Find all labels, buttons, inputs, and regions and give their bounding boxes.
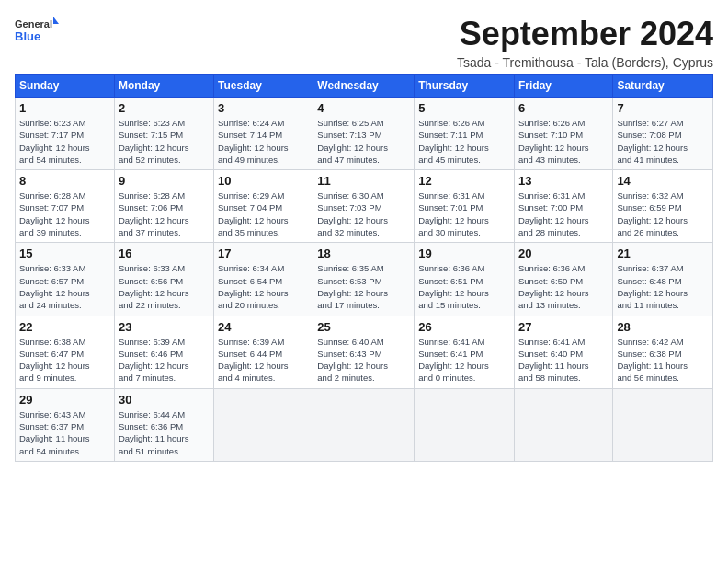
day-number: 30: [119, 393, 210, 407]
calendar-day-cell: 11Sunrise: 6:30 AMSunset: 7:03 PMDayligh…: [313, 170, 415, 243]
day-detail: Sunrise: 6:38 AMSunset: 6:47 PMDaylight:…: [19, 336, 110, 385]
day-detail: Sunrise: 6:32 AMSunset: 6:59 PMDaylight:…: [617, 190, 709, 238]
day-detail: Sunrise: 6:28 AMSunset: 7:06 PMDaylight:…: [119, 190, 210, 238]
calendar-day-cell: 1Sunrise: 6:23 AMSunset: 7:17 PMDaylight…: [16, 98, 115, 170]
day-detail: Sunrise: 6:44 AMSunset: 6:36 PMDaylight:…: [119, 408, 210, 457]
calendar-day-cell: 19Sunrise: 6:36 AMSunset: 6:51 PMDayligh…: [415, 243, 515, 316]
day-number: 24: [218, 320, 309, 334]
month-title: September 2024: [457, 15, 713, 53]
title-block: September 2024 Tsada - Tremithousa - Tal…: [457, 15, 713, 70]
day-detail: Sunrise: 6:41 AMSunset: 6:40 PMDaylight:…: [518, 336, 609, 385]
day-detail: Sunrise: 6:33 AMSunset: 6:57 PMDaylight:…: [19, 262, 110, 311]
logo-graphic: General Blue: [15, 15, 59, 48]
day-detail: Sunrise: 6:40 AMSunset: 6:43 PMDaylight:…: [317, 336, 410, 385]
day-detail: Sunrise: 6:36 AMSunset: 6:50 PMDaylight:…: [518, 262, 609, 311]
day-number: 5: [418, 101, 510, 115]
calendar-day-cell: [313, 388, 415, 461]
calendar-day-cell: 21Sunrise: 6:37 AMSunset: 6:48 PMDayligh…: [613, 243, 713, 316]
day-number: 8: [19, 174, 110, 188]
day-detail: Sunrise: 6:29 AMSunset: 7:04 PMDaylight:…: [218, 190, 309, 238]
calendar-day-cell: 30Sunrise: 6:44 AMSunset: 6:36 PMDayligh…: [114, 388, 213, 461]
weekday-header-row: SundayMondayTuesdayWednesdayThursdayFrid…: [16, 75, 713, 98]
day-number: 15: [19, 247, 110, 260]
svg-marker-2: [53, 17, 59, 24]
calendar-day-cell: 18Sunrise: 6:35 AMSunset: 6:53 PMDayligh…: [313, 243, 415, 316]
calendar-day-cell: 27Sunrise: 6:41 AMSunset: 6:40 PMDayligh…: [514, 316, 612, 388]
day-number: 1: [19, 101, 110, 115]
calendar-day-cell: 13Sunrise: 6:31 AMSunset: 7:00 PMDayligh…: [514, 170, 612, 243]
calendar-day-cell: 10Sunrise: 6:29 AMSunset: 7:04 PMDayligh…: [214, 170, 313, 243]
calendar-day-cell: 23Sunrise: 6:39 AMSunset: 6:46 PMDayligh…: [114, 316, 213, 388]
calendar-day-cell: 9Sunrise: 6:28 AMSunset: 7:06 PMDaylight…: [114, 170, 213, 243]
calendar-day-cell: 14Sunrise: 6:32 AMSunset: 6:59 PMDayligh…: [613, 170, 713, 243]
calendar-week-row: 29Sunrise: 6:43 AMSunset: 6:37 PMDayligh…: [16, 388, 713, 461]
weekday-header: Friday: [514, 75, 612, 98]
day-detail: Sunrise: 6:24 AMSunset: 7:14 PMDaylight:…: [218, 117, 309, 166]
day-number: 2: [119, 101, 210, 115]
day-detail: Sunrise: 6:37 AMSunset: 6:48 PMDaylight:…: [617, 262, 709, 311]
day-detail: Sunrise: 6:35 AMSunset: 6:53 PMDaylight:…: [317, 262, 410, 311]
logo-container: General Blue: [15, 15, 59, 48]
calendar-day-cell: [613, 388, 713, 461]
calendar-week-row: 1Sunrise: 6:23 AMSunset: 7:17 PMDaylight…: [16, 98, 713, 170]
day-number: 11: [317, 174, 410, 188]
day-number: 23: [119, 320, 210, 334]
day-number: 9: [119, 174, 210, 188]
calendar-day-cell: 12Sunrise: 6:31 AMSunset: 7:01 PMDayligh…: [415, 170, 515, 243]
weekday-header: Wednesday: [313, 75, 415, 98]
weekday-header: Saturday: [613, 75, 713, 98]
day-detail: Sunrise: 6:34 AMSunset: 6:54 PMDaylight:…: [218, 262, 309, 311]
calendar-day-cell: 6Sunrise: 6:26 AMSunset: 7:10 PMDaylight…: [514, 98, 612, 170]
day-number: 17: [218, 247, 309, 260]
day-number: 6: [518, 101, 609, 115]
day-detail: Sunrise: 6:31 AMSunset: 7:01 PMDaylight:…: [418, 190, 510, 238]
day-number: 25: [317, 320, 410, 334]
day-detail: Sunrise: 6:31 AMSunset: 7:00 PMDaylight:…: [518, 190, 609, 238]
day-detail: Sunrise: 6:28 AMSunset: 7:07 PMDaylight:…: [19, 190, 110, 238]
day-number: 3: [218, 101, 309, 115]
day-detail: Sunrise: 6:26 AMSunset: 7:10 PMDaylight:…: [518, 117, 609, 166]
calendar-day-cell: 16Sunrise: 6:33 AMSunset: 6:56 PMDayligh…: [114, 243, 213, 316]
day-detail: Sunrise: 6:33 AMSunset: 6:56 PMDaylight:…: [119, 262, 210, 311]
calendar-day-cell: 29Sunrise: 6:43 AMSunset: 6:37 PMDayligh…: [16, 388, 115, 461]
day-number: 19: [418, 247, 510, 260]
day-detail: Sunrise: 6:23 AMSunset: 7:15 PMDaylight:…: [119, 117, 210, 166]
calendar-day-cell: 15Sunrise: 6:33 AMSunset: 6:57 PMDayligh…: [16, 243, 115, 316]
calendar-day-cell: 25Sunrise: 6:40 AMSunset: 6:43 PMDayligh…: [313, 316, 415, 388]
calendar-day-cell: 26Sunrise: 6:41 AMSunset: 6:41 PMDayligh…: [415, 316, 515, 388]
day-detail: Sunrise: 6:27 AMSunset: 7:08 PMDaylight:…: [617, 117, 709, 166]
day-detail: Sunrise: 6:36 AMSunset: 6:51 PMDaylight:…: [418, 262, 510, 311]
location-subtitle: Tsada - Tremithousa - Tala (Borders), Cy…: [457, 55, 713, 70]
svg-text:Blue: Blue: [15, 29, 40, 43]
calendar-day-cell: 8Sunrise: 6:28 AMSunset: 7:07 PMDaylight…: [16, 170, 115, 243]
page-header: General Blue September 2024 Tsada - Trem…: [15, 15, 713, 70]
day-number: 28: [617, 320, 709, 334]
day-number: 4: [317, 101, 410, 115]
calendar-day-cell: 17Sunrise: 6:34 AMSunset: 6:54 PMDayligh…: [214, 243, 313, 316]
day-number: 27: [518, 320, 609, 334]
day-number: 18: [317, 247, 410, 260]
day-detail: Sunrise: 6:25 AMSunset: 7:13 PMDaylight:…: [317, 117, 410, 166]
weekday-header: Tuesday: [214, 75, 313, 98]
day-detail: Sunrise: 6:26 AMSunset: 7:11 PMDaylight:…: [418, 117, 510, 166]
day-number: 12: [418, 174, 510, 188]
day-number: 26: [418, 320, 510, 334]
calendar-day-cell: [214, 388, 313, 461]
svg-text:General: General: [15, 18, 52, 29]
calendar-day-cell: 5Sunrise: 6:26 AMSunset: 7:11 PMDaylight…: [415, 98, 515, 170]
weekday-header: Thursday: [415, 75, 515, 98]
logo: General Blue: [15, 15, 59, 48]
day-number: 13: [518, 174, 609, 188]
calendar-day-cell: [514, 388, 612, 461]
day-detail: Sunrise: 6:41 AMSunset: 6:41 PMDaylight:…: [418, 336, 510, 385]
calendar-day-cell: 7Sunrise: 6:27 AMSunset: 7:08 PMDaylight…: [613, 98, 713, 170]
day-number: 14: [617, 174, 709, 188]
calendar-day-cell: 2Sunrise: 6:23 AMSunset: 7:15 PMDaylight…: [114, 98, 213, 170]
day-detail: Sunrise: 6:23 AMSunset: 7:17 PMDaylight:…: [19, 117, 110, 166]
day-number: 10: [218, 174, 309, 188]
calendar-week-row: 8Sunrise: 6:28 AMSunset: 7:07 PMDaylight…: [16, 170, 713, 243]
calendar-week-row: 15Sunrise: 6:33 AMSunset: 6:57 PMDayligh…: [16, 243, 713, 316]
weekday-header: Sunday: [16, 75, 115, 98]
day-number: 21: [617, 247, 709, 260]
day-number: 7: [617, 101, 709, 115]
